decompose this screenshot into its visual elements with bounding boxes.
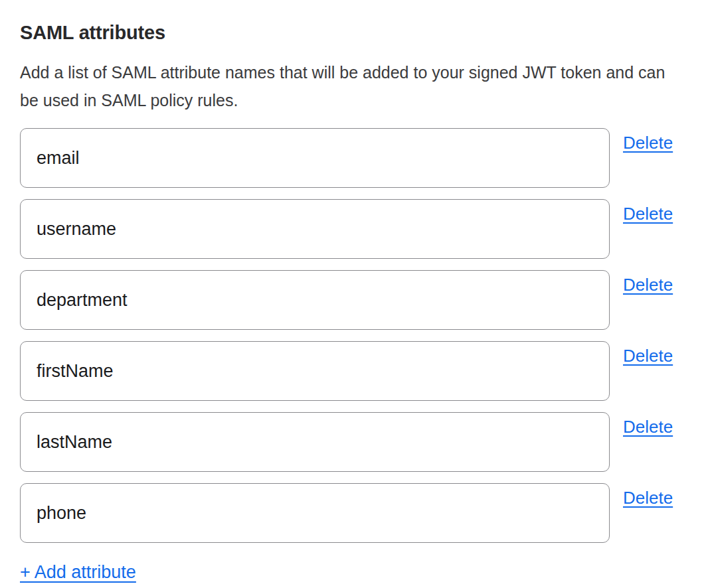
attribute-list: Delete Delete Delete Delete Delete Delet… xyxy=(20,128,688,543)
delete-link[interactable]: Delete xyxy=(623,128,673,153)
attribute-row: Delete xyxy=(20,128,688,188)
attribute-row: Delete xyxy=(20,270,688,330)
attribute-row: Delete xyxy=(20,483,688,543)
attribute-row: Delete xyxy=(20,341,688,401)
add-attribute-link[interactable]: + Add attribute xyxy=(20,561,136,583)
attribute-input[interactable] xyxy=(20,341,610,401)
attribute-input[interactable] xyxy=(20,270,610,330)
delete-link[interactable]: Delete xyxy=(623,341,673,366)
saml-attributes-section: SAML attributes Add a list of SAML attri… xyxy=(0,0,708,583)
attribute-input[interactable] xyxy=(20,483,610,543)
page-title: SAML attributes xyxy=(20,21,688,44)
attribute-input[interactable] xyxy=(20,199,610,259)
attribute-input[interactable] xyxy=(20,128,610,188)
delete-link[interactable]: Delete xyxy=(623,199,673,224)
attribute-input[interactable] xyxy=(20,412,610,472)
attribute-row: Delete xyxy=(20,199,688,259)
attribute-row: Delete xyxy=(20,412,688,472)
delete-link[interactable]: Delete xyxy=(623,483,673,508)
delete-link[interactable]: Delete xyxy=(623,270,673,295)
page-description: Add a list of SAML attribute names that … xyxy=(20,58,688,114)
delete-link[interactable]: Delete xyxy=(623,412,673,437)
